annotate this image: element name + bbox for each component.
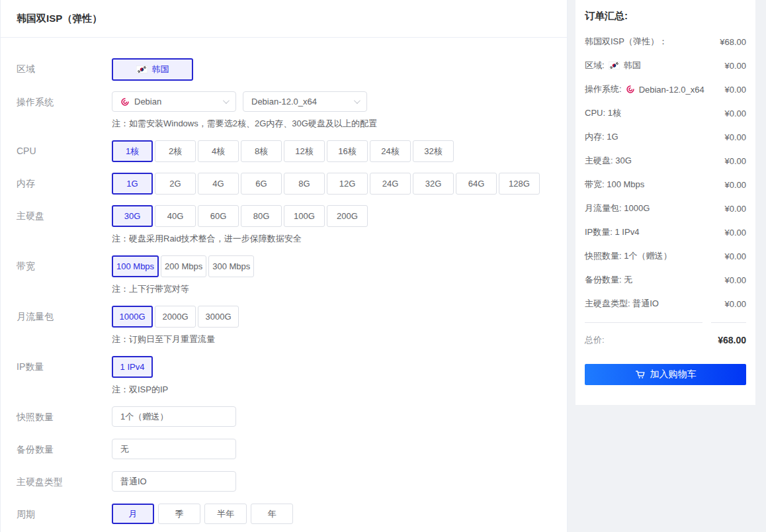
cpu-option[interactable]: 4核 bbox=[198, 140, 239, 162]
ip-option[interactable]: 1 IPv4 bbox=[112, 356, 153, 378]
form-row-snapshot: 快照数量 1个（赠送） bbox=[17, 406, 567, 428]
ip-note: 注：双ISP的IP bbox=[112, 384, 567, 396]
backup-count-select[interactable]: 无 bbox=[112, 439, 236, 459]
form-row-bandwidth: 带宽 100 Mbps 200 Mbps 300 Mbps 注：上下行带宽对等 bbox=[17, 255, 567, 295]
memory-option[interactable]: 2G bbox=[155, 173, 196, 195]
debian-icon bbox=[120, 97, 130, 107]
memory-option[interactable]: 4G bbox=[198, 173, 239, 195]
summary-item-memory: 内存: 1G ¥0.00 bbox=[585, 125, 746, 149]
bandwidth-option[interactable]: 200 Mbps bbox=[161, 255, 206, 277]
add-to-cart-label: 加入购物车 bbox=[650, 369, 697, 380]
summary-item-label: 带宽: 100 Mbps bbox=[585, 179, 644, 191]
summary-item-product: 韩国双ISP（弹性）： ¥68.00 bbox=[585, 30, 746, 54]
cpu-option[interactable]: 1核 bbox=[112, 140, 153, 162]
summary-item-disk-type: 主硬盘类型: 普通IO ¥0.00 bbox=[585, 292, 746, 316]
summary-item-region: 区域: bbox=[585, 54, 746, 77]
form-row-cpu: CPU 1核 2核 4核 8核 12核 16核 24核 32核 bbox=[17, 140, 567, 162]
summary-item-cpu: CPU: 1核 ¥0.00 bbox=[585, 101, 746, 125]
form-row-ip: IP数量 1 IPv4 注：双ISP的IP bbox=[17, 356, 567, 396]
disk-type-select[interactable]: 普通IO bbox=[112, 471, 236, 492]
os-version-value: Debian-12.0_x64 bbox=[251, 97, 317, 107]
memory-option[interactable]: 64G bbox=[456, 173, 497, 195]
korea-flag-icon bbox=[609, 62, 620, 69]
disk-label: 主硬盘 bbox=[17, 205, 112, 245]
disk-option[interactable]: 80G bbox=[241, 205, 282, 227]
panel-gap bbox=[568, 0, 575, 532]
form-row-traffic: 月流量包 1000G 2000G 3000G 注：订购日至下月重置流量 bbox=[17, 306, 567, 345]
korea-flag-icon bbox=[136, 66, 148, 73]
snapshot-count-value: 1个（赠送） bbox=[120, 411, 168, 423]
cpu-option[interactable]: 2核 bbox=[155, 140, 196, 162]
summary-item-label: 备份数量: 无 bbox=[585, 274, 632, 286]
summary-item-price: ¥0.00 bbox=[724, 61, 746, 71]
period-option[interactable]: 季 bbox=[158, 504, 200, 524]
summary-item-label: 内存: 1G bbox=[585, 131, 618, 143]
memory-option[interactable]: 24G bbox=[370, 173, 411, 195]
disk-option[interactable]: 200G bbox=[327, 205, 368, 227]
summary-item-price: ¥0.00 bbox=[724, 180, 746, 190]
memory-option[interactable]: 8G bbox=[284, 173, 325, 195]
product-config-panel: 韩国双ISP（弹性） 区域 bbox=[0, 0, 568, 532]
period-label: 周期 bbox=[17, 504, 112, 525]
disk-option[interactable]: 30G bbox=[112, 205, 153, 227]
add-to-cart-button[interactable]: 加入购物车 bbox=[585, 364, 746, 385]
summary-item-ip: IP数量: 1 IPv4 ¥0.00 bbox=[585, 220, 746, 244]
memory-label: 内存 bbox=[17, 173, 112, 195]
memory-option[interactable]: 32G bbox=[413, 173, 454, 195]
period-option[interactable]: 月 bbox=[112, 504, 154, 524]
traffic-option[interactable]: 3000G bbox=[198, 306, 239, 328]
cpu-option[interactable]: 16核 bbox=[327, 140, 368, 162]
traffic-option[interactable]: 2000G bbox=[155, 306, 196, 328]
disk-note: 注：硬盘采用Raid技术整合，进一步保障数据安全 bbox=[112, 233, 567, 245]
memory-option[interactable]: 12G bbox=[327, 173, 368, 195]
period-option[interactable]: 年 bbox=[251, 504, 293, 524]
bandwidth-option[interactable]: 100 Mbps bbox=[112, 255, 159, 277]
summary-item-os: 操作系统: Debian-12.0_x64 ¥0.00 bbox=[585, 77, 746, 101]
summary-item-price: ¥0.00 bbox=[724, 251, 746, 261]
cpu-option[interactable]: 8核 bbox=[241, 140, 282, 162]
os-label: 操作系统 bbox=[17, 91, 112, 130]
chevron-down-icon bbox=[354, 97, 361, 104]
backup-label: 备份数量 bbox=[17, 439, 112, 461]
summary-item-disk: 主硬盘: 30G ¥0.00 bbox=[585, 149, 746, 173]
disk-option[interactable]: 40G bbox=[155, 205, 196, 227]
cpu-label: CPU bbox=[17, 140, 112, 162]
order-summary-title: 订单汇总: bbox=[585, 9, 746, 23]
debian-icon bbox=[626, 85, 635, 94]
os-family-select[interactable]: Debian bbox=[112, 91, 236, 112]
form-row-backup: 备份数量 无 bbox=[17, 439, 567, 461]
snapshot-count-select[interactable]: 1个（赠送） bbox=[112, 406, 236, 427]
memory-option[interactable]: 6G bbox=[241, 173, 282, 195]
shopping-cart-icon bbox=[635, 369, 646, 380]
config-form: 区域 bbox=[1, 38, 567, 532]
summary-item-price: ¥0.00 bbox=[724, 299, 746, 309]
summary-item-label: 区域: bbox=[585, 60, 605, 71]
disk-option[interactable]: 100G bbox=[284, 205, 325, 227]
summary-item-value: 韩国 bbox=[624, 60, 641, 71]
os-version-select[interactable]: Debian-12.0_x64 bbox=[243, 91, 367, 112]
region-option-korea[interactable]: 韩国 bbox=[112, 58, 193, 81]
memory-option[interactable]: 128G bbox=[499, 173, 540, 195]
summary-item-label: IP数量: 1 IPv4 bbox=[585, 226, 639, 238]
form-row-memory: 内存 1G 2G 4G 6G 8G 12G 24G 32G 64G 128G bbox=[17, 173, 567, 195]
form-row-os: 操作系统 Debian bbox=[17, 91, 567, 130]
bandwidth-note: 注：上下行带宽对等 bbox=[112, 283, 567, 295]
traffic-option[interactable]: 1000G bbox=[112, 306, 153, 328]
cpu-option[interactable]: 32核 bbox=[413, 140, 454, 162]
ip-label: IP数量 bbox=[17, 356, 112, 396]
cpu-option[interactable]: 24核 bbox=[370, 140, 411, 162]
form-row-period: 周期 月 季 半年 年 bbox=[17, 504, 567, 525]
period-option[interactable]: 半年 bbox=[204, 504, 247, 524]
disk-option[interactable]: 60G bbox=[198, 205, 239, 227]
summary-item-price: ¥68.00 bbox=[720, 37, 746, 47]
page: 韩国双ISP（弹性） 区域 bbox=[0, 0, 766, 532]
chevron-down-icon bbox=[223, 97, 230, 104]
summary-item-value: Debian-12.0_x64 bbox=[639, 85, 704, 95]
summary-item-price: ¥0.00 bbox=[724, 204, 746, 214]
summary-item-label: 操作系统: bbox=[585, 83, 622, 95]
bandwidth-option[interactable]: 300 Mbps bbox=[208, 255, 254, 277]
cpu-option[interactable]: 12核 bbox=[284, 140, 325, 162]
memory-option[interactable]: 1G bbox=[112, 173, 153, 195]
os-family-value: Debian bbox=[134, 97, 161, 107]
form-row-disk: 主硬盘 30G 40G 60G 80G 100G 200G 注：硬盘采用Raid… bbox=[17, 205, 567, 245]
